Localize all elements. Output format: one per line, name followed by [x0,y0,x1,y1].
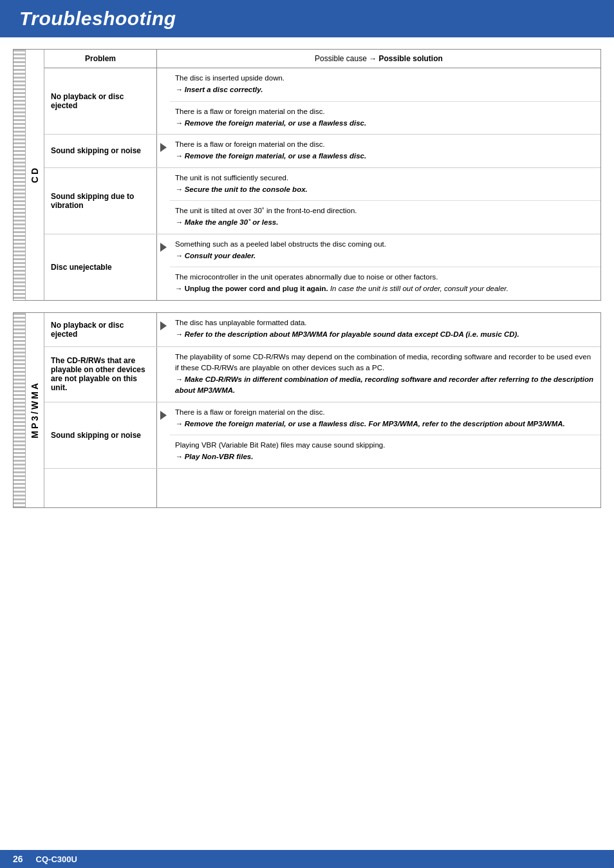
mp3-sol-1-1: The disc has unplayable formatted data. … [170,313,600,346]
mp3-arrow-1 [157,313,170,346]
cd-sol-4-2: The microcontroller in the unit operates… [170,267,600,300]
cd-solutions-3: The unit is not sufficiently secured. → … [170,168,600,234]
mp3-solutions-empty [170,469,600,507]
mp3-arrow-3 [157,402,170,468]
cd-row-3: Sound skipping due to vibration The unit… [44,168,600,234]
mp3-sol-3-2-desc: Playing VBR (Variable Bit Rate) files ma… [175,440,594,451]
mp3-triangle-1 [160,321,167,330]
cd-header-solution-bold: Possible solution [379,54,443,63]
cd-arrow-2 [157,135,170,167]
mp3-arrow-empty [157,469,170,507]
mp3-sol-2-1-desc: The playability of some CD-R/RWs may dep… [175,352,594,374]
cd-sol-3-2-desc: The unit is tilted at over 30˚ in the fr… [175,205,594,216]
mp3-table: No playback or disc ejected The disc has… [44,313,600,507]
page-footer: 26 CQ-C300U [0,850,614,868]
cd-sol-2-1-desc: There is a flaw or foreign material on t… [175,139,594,150]
cd-problem-2: Sound skipping or noise [44,135,157,167]
cd-solutions-1: The disc is inserted upside down. → Inse… [170,68,600,134]
cd-sol-1-1: The disc is inserted upside down. → Inse… [170,68,600,102]
cd-header-arrow: → [369,54,378,63]
mp3-problem-1: No playback or disc ejected [44,313,157,346]
cd-sol-3-1-action: → Secure the unit to the console box. [175,184,594,195]
cd-label: CD [30,166,40,183]
page-number: 26 [13,854,23,864]
cd-problem-3: Sound skipping due to vibration [44,168,157,234]
mp3-solutions-1: The disc has unplayable formatted data. … [170,313,600,346]
page-header: Troubleshooting [0,0,614,37]
cd-sol-3-2: The unit is tilted at over 30˚ in the fr… [170,201,600,234]
mp3-solutions-2: The playability of some CD-R/RWs may dep… [170,347,600,402]
mp3-arrow-2 [157,347,170,402]
mp3-problem-2: The CD-R/RWs that are playable on other … [44,347,157,402]
cd-sol-3-1-desc: The unit is not sufficiently secured. [175,173,594,184]
cd-triangle-4 [160,243,167,252]
mp3-triangle-3 [160,411,167,420]
mp3-row-2: The CD-R/RWs that are playable on other … [44,347,600,402]
cd-triangle-2 [160,143,167,152]
model-number: CQ-C300U [36,854,77,864]
mp3-striped-bar [14,313,25,507]
mp3-row-empty [44,469,600,507]
mp3-label-col: MP3/WMA [25,313,44,507]
mp3-label: MP3/WMA [30,381,40,439]
cd-row-4: Disc unejectable Something such as a pee… [44,234,600,300]
cd-solutions-4: Something such as a peeled label obstruc… [170,234,600,300]
cd-sol-4-1-action: → Consult your dealer. [175,250,594,261]
cd-sol-1-1-action: → Insert a disc correctly. [175,84,594,95]
cd-row-2: Sound skipping or noise There is a flaw … [44,135,600,168]
mp3-section: MP3/WMA No playback or disc ejected The … [13,312,601,508]
cd-sol-1-2: There is a flaw or foreign material on t… [170,102,600,135]
cd-header-cause: Possible cause [315,54,367,63]
mp3-sol-1-1-action: → Refer to the description about MP3/WMA… [175,329,594,340]
cd-header-problem: Problem [44,50,157,68]
cd-arrow-4 [157,234,170,300]
cd-sol-4-1-desc: Something such as a peeled label obstruc… [175,239,594,250]
cd-sol-3-2-action: → Make the angle 30˚ or less. [175,217,594,228]
cd-problem-1: No playback or disc ejected [44,68,157,134]
cd-arrow-3 [157,168,170,234]
mp3-sol-2-1: The playability of some CD-R/RWs may dep… [170,347,600,402]
mp3-sol-3-1-action: → Remove the foreign material, or use a … [175,419,594,429]
mp3-row-3: Sound skipping or noise There is a flaw … [44,402,600,469]
mp3-sol-2-1-action: → Make CD-R/RWs in different combination… [175,374,594,397]
cd-sol-4-1: Something such as a peeled label obstruc… [170,234,600,268]
cd-arrow-1 [157,68,170,134]
cd-header-row: Problem Possible cause → Possible soluti… [44,50,600,68]
cd-sol-4-2-action: → Unplug the power cord and plug it agai… [175,283,594,294]
cd-sol-3-1: The unit is not sufficiently secured. → … [170,168,600,202]
main-content: CD Problem Possible cause → Possible sol… [0,49,614,553]
mp3-solutions-3: There is a flaw or foreign material on t… [170,402,600,468]
cd-striped-bar [14,50,25,300]
cd-sol-1-2-action: → Remove the foreign material, or use a … [175,118,594,129]
mp3-sol-3-2: Playing VBR (Variable Bit Rate) files ma… [170,435,600,468]
mp3-row-1: No playback or disc ejected The disc has… [44,313,600,347]
cd-header-solution: Possible cause → Possible solution [157,50,600,68]
sections-wrapper: CD Problem Possible cause → Possible sol… [13,49,601,540]
cd-sol-2-1-action: → Remove the foreign material, or use a … [175,151,594,162]
cd-label-col: CD [25,50,44,300]
cd-row-1: No playback or disc ejected The disc is … [44,68,600,135]
mp3-sol-3-2-action: → Play Non-VBR files. [175,451,594,462]
cd-problem-4: Disc unejectable [44,234,157,300]
mp3-sol-3-1-desc: There is a flaw or foreign material on t… [175,407,594,418]
mp3-problem-empty [44,469,157,507]
cd-sol-2-1: There is a flaw or foreign material on t… [170,135,600,167]
mp3-problem-3: Sound skipping or noise [44,402,157,468]
cd-sol-1-1-desc: The disc is inserted upside down. [175,73,594,84]
page-title: Troubleshooting [19,8,601,30]
mp3-sol-1-1-desc: The disc has unplayable formatted data. [175,317,594,328]
cd-table: Problem Possible cause → Possible soluti… [44,50,600,300]
cd-sol-1-2-desc: There is a flaw or foreign material on t… [175,106,594,117]
cd-section: CD Problem Possible cause → Possible sol… [13,49,601,301]
cd-sol-4-2-desc: The microcontroller in the unit operates… [175,272,594,283]
cd-solutions-2: There is a flaw or foreign material on t… [170,135,600,167]
mp3-sol-3-1: There is a flaw or foreign material on t… [170,402,600,436]
